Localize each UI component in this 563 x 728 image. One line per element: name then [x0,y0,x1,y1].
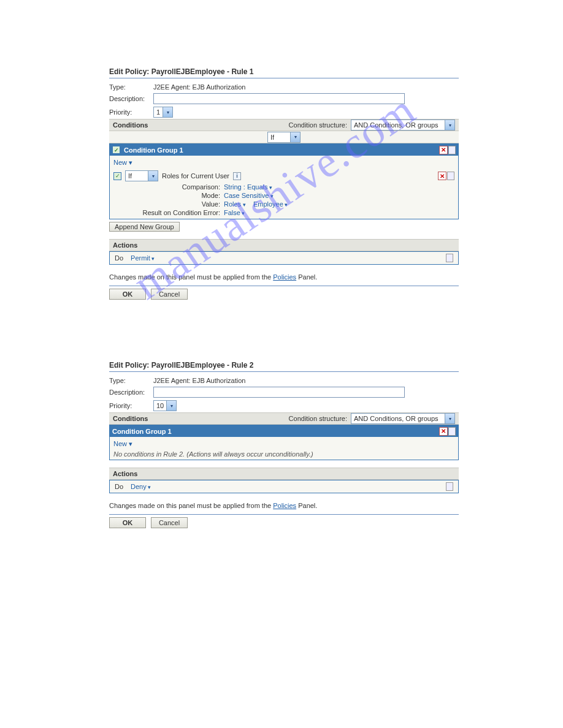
action-value[interactable]: Deny [131,483,151,490]
condition-structure-label: Condition structure: [289,121,347,129]
value-value[interactable]: Roles Employee [224,200,288,208]
actions-bar: Actions [109,239,459,251]
ok-button[interactable]: OK [109,517,146,528]
actions-bar: Actions [109,468,459,480]
mode-value[interactable]: Case Sensitive [224,192,274,199]
rule-suffix: Rule 2 [231,361,253,370]
no-conditions-text: No conditions in Rule 2. (Actions will a… [113,450,454,458]
description-input[interactable] [153,387,405,398]
reorder-icon[interactable] [448,427,456,436]
condition-structure-label: Condition structure: [289,415,347,422]
condition-group-header: Condition Group 1 ✕ [110,425,458,437]
condition-group-header: ✓ Condition Group 1 ✕ [110,144,458,156]
condition-structure-select[interactable]: AND Conditions, OR groups ▾ [351,119,455,131]
cancel-button[interactable]: Cancel [151,517,188,528]
close-icon[interactable]: ✕ [438,172,446,180]
chevron-down-icon: ▾ [445,120,454,130]
chevron-down-icon: ▾ [290,132,300,142]
rule-2-panel: Edit Policy: PayrollEJBEmployee - Rule 2… [109,361,459,528]
description-input[interactable] [153,93,405,104]
conditions-label: Conditions [113,415,148,422]
close-icon[interactable]: ✕ [439,427,448,436]
condition-group-box: ✓ Condition Group 1 ✕ New ▾ ✓ If ▾ Roles… [109,143,459,219]
page-title: Edit Policy: PayrollEJBEmployee - Rule 2 [109,361,459,372]
do-label: Do [115,483,123,490]
condition-checkbox[interactable]: ✓ [113,172,121,180]
if-row: If ▾ [109,131,459,143]
do-label: Do [115,254,123,262]
condition-row: ✓ If ▾ Roles for Current User i ✕ [113,169,454,183]
policies-link[interactable]: Policies [273,502,296,509]
new-link[interactable]: New ▾ [113,439,454,450]
close-icon[interactable]: ✕ [439,146,448,154]
comparison-label: Comparison: [113,183,224,191]
condition-group-body: New ▾ ✓ If ▾ Roles for Current User i ✕ [110,156,458,219]
condition-group-title: Condition Group 1 [112,428,172,435]
priority-value: 1 [156,108,160,116]
reorder-icon[interactable] [446,482,453,491]
action-row: Do Permit [109,251,459,265]
condition-if-select[interactable]: If ▾ [125,170,158,181]
type-label: Type: [109,377,153,384]
condition-text: Roles for Current User [162,172,229,180]
reorder-icon[interactable] [447,172,454,180]
append-new-group-button[interactable]: Append New Group [109,222,180,232]
priority-select[interactable]: 1 ▾ [153,107,173,118]
policies-link[interactable]: Policies [273,273,296,281]
chevron-down-icon: ▾ [166,401,176,411]
title-prefix: Edit Policy [109,361,147,370]
mode-label: Mode: [113,192,224,199]
policy-name: PayrollEJBEmployee [151,361,225,370]
type-label: Type: [109,83,153,91]
rule-1-panel: Edit Policy: PayrollEJBEmployee - Rule 1… [109,67,459,300]
rule-suffix: Rule 1 [231,67,253,76]
chevron-down-icon: ▾ [163,107,172,117]
chevron-down-icon: ▾ [445,414,454,423]
priority-value: 10 [156,402,164,409]
condition-if-value: If [128,172,132,180]
type-value: J2EE Agent: EJB Authorization [153,377,245,384]
type-value: J2EE Agent: EJB Authorization [153,83,245,91]
result-error-label: Result on Condition Error: [113,209,224,216]
ok-button[interactable]: OK [109,289,146,300]
actions-label: Actions [113,470,137,477]
new-link[interactable]: New ▾ [113,157,454,169]
group-checkbox[interactable]: ✓ [112,146,120,154]
priority-label: Priority: [109,108,153,116]
priority-label: Priority: [109,402,153,409]
action-value[interactable]: Permit [131,254,155,262]
description-label: Description: [109,389,153,396]
if-value: If [270,134,274,141]
result-error-value[interactable]: False [224,209,245,216]
reorder-icon[interactable] [448,146,456,154]
condition-structure-select[interactable]: AND Conditions, OR groups ▾ [351,413,455,424]
value-label: Value: [113,200,224,208]
condition-group-box: Condition Group 1 ✕ New ▾ No conditions … [109,425,459,460]
cancel-button[interactable]: Cancel [151,289,188,300]
conditions-bar: Conditions Condition structure: AND Cond… [109,412,459,425]
condition-structure-value: AND Conditions, OR groups [354,415,439,422]
info-icon[interactable]: i [233,172,241,180]
condition-group-title: Condition Group 1 [124,146,183,154]
description-label: Description: [109,95,153,102]
comparison-value[interactable]: String : Equals [224,183,272,191]
title-prefix: Edit Policy [109,67,147,76]
condition-structure-value: AND Conditions, OR groups [354,121,439,129]
policy-name: PayrollEJBEmployee [151,67,225,76]
conditions-label: Conditions [113,121,148,129]
footer-note: Changes made on this panel must be appli… [109,265,459,284]
action-row: Do Deny [109,480,459,493]
actions-label: Actions [113,241,137,249]
reorder-icon[interactable] [446,254,453,262]
chevron-down-icon: ▾ [148,171,158,181]
footer-note: Changes made on this panel must be appli… [109,493,459,513]
conditions-bar: Conditions Condition structure: AND Cond… [109,119,459,131]
priority-select[interactable]: 10 ▾ [153,400,177,411]
if-select[interactable]: If ▾ [267,132,301,143]
condition-group-body: New ▾ No conditions in Rule 2. (Actions … [110,437,458,460]
page-title: Edit Policy: PayrollEJBEmployee - Rule 1 [109,67,459,78]
